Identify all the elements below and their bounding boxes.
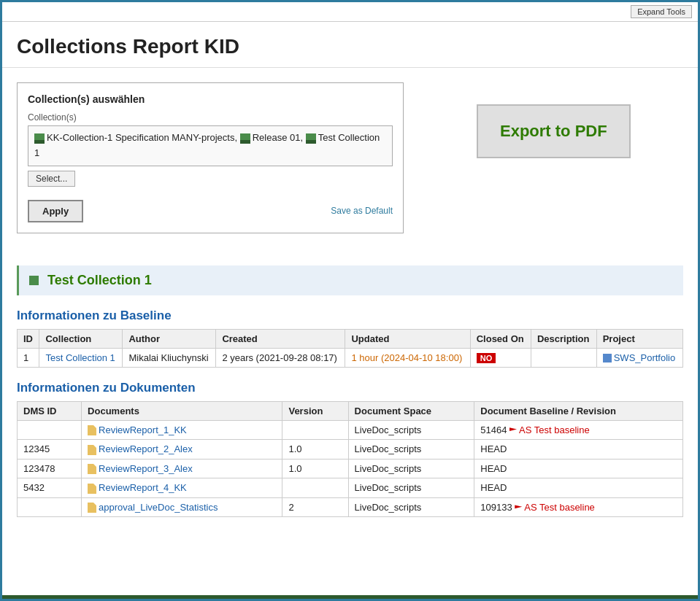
baseline-col-author: Author [123, 329, 216, 348]
apply-button[interactable]: Apply [28, 200, 83, 222]
collections-label: Collection(s) [28, 112, 393, 123]
select-button[interactable]: Select... [28, 171, 75, 187]
project-link[interactable]: SWS_Portfolio [614, 352, 676, 363]
collection-link[interactable]: Test Collection 1 [45, 352, 115, 363]
baseline-col-id: ID [18, 329, 39, 348]
no-badge: NO [477, 353, 496, 363]
baseline-cell-updated: 1 hour (2024-04-10 18:00) [345, 348, 470, 367]
baseline-col-project: Project [596, 329, 682, 348]
document-link[interactable]: approval_LiveDoc_Statistics [99, 502, 218, 513]
export-to-pdf-button[interactable]: Export to PDF [477, 104, 631, 158]
document-icon [88, 464, 96, 474]
doc-col-space: Document Space [348, 401, 474, 420]
baseline-link[interactable]: AS Test baseline [524, 502, 595, 513]
section-header: Test Collection 1 [17, 265, 683, 295]
doc-cell-dmsid: 5432 [18, 478, 82, 498]
table-row: 123478ReviewReport_3_Alex1.0LiveDoc_scri… [18, 459, 683, 478]
table-row: 12345ReviewReport_2_Alex1.0LiveDoc_scrip… [18, 440, 683, 460]
collection-icon-2 [240, 133, 250, 144]
flag-icon [515, 505, 522, 511]
collections-selected-box: KK-Collection-1 Specification MANY-proje… [28, 125, 393, 166]
baseline-cell-collection: Test Collection 1 [39, 348, 123, 367]
section-title: Test Collection 1 [47, 273, 152, 288]
document-link[interactable]: ReviewReport_2_Alex [99, 443, 193, 454]
baseline-link[interactable]: AS Test baseline [519, 424, 590, 435]
baseline-col-closed: Closed On [470, 329, 531, 348]
doc-col-documents: Documents [82, 401, 282, 420]
doc-cell-document: ReviewReport_2_Alex [82, 440, 282, 460]
table-row: ReviewReport_1_KKLiveDoc_scripts51464 AS… [18, 420, 683, 440]
baseline-section-title: Informationen zu Baseline [17, 309, 683, 323]
project-icon [603, 354, 612, 362]
baseline-table: ID Collection Author Created Updated Clo… [17, 329, 683, 368]
document-icon [88, 484, 96, 494]
doc-cell-baseline: 109133 AS Test baseline [474, 497, 683, 517]
doc-cell-space: LiveDoc_scripts [348, 420, 474, 440]
doc-cell-space: LiveDoc_scripts [348, 497, 474, 517]
baseline-cell-created: 2 years (2021-09-28 08:17) [216, 348, 345, 367]
doc-cell-version: 2 [282, 497, 348, 517]
baseline-cell-author: Mikalai Kliuchynski [123, 348, 216, 367]
document-link[interactable]: ReviewReport_1_KK [99, 424, 187, 435]
doc-cell-document: ReviewReport_3_Alex [82, 459, 282, 478]
baseline-cell-project: SWS_Portfolio [596, 348, 682, 367]
section-collection-icon [29, 276, 39, 285]
documents-table: DMS ID Documents Version Document Space … [17, 401, 683, 518]
baseline-cell-closed: NO [470, 348, 531, 367]
doc-cell-document: ReviewReport_4_KK [82, 478, 282, 498]
documents-section-title: Informationen zu Dokumenten [17, 381, 683, 395]
collection-icon-1 [34, 133, 45, 144]
doc-col-version: Version [282, 401, 348, 420]
baseline-col-created: Created [216, 329, 345, 348]
page-title: Collections Report KID [2, 22, 698, 68]
baseline-cell-description [531, 348, 596, 367]
table-row: 1Test Collection 1Mikalai Kliuchynski2 y… [18, 348, 683, 367]
collections-panel-title: Collection(s) auswählen [28, 93, 393, 105]
doc-cell-dmsid: 12345 [18, 440, 82, 460]
collections-panel: Collection(s) auswählen Collection(s) KK… [17, 82, 404, 233]
panel-footer: Apply Save as Default [28, 200, 393, 222]
collection-icon-3 [306, 133, 316, 144]
baseline-col-description: Description [531, 329, 596, 348]
baseline-col-updated: Updated [345, 329, 470, 348]
doc-cell-document: approval_LiveDoc_Statistics [82, 497, 282, 517]
doc-cell-dmsid [18, 497, 82, 517]
doc-col-dmsid: DMS ID [18, 401, 82, 420]
table-row: 5432ReviewReport_4_KKLiveDoc_scriptsHEAD [18, 478, 683, 498]
doc-cell-dmsid: 123478 [18, 459, 82, 478]
baseline-cell-id: 1 [18, 348, 39, 367]
doc-col-baseline: Document Baseline / Revision [474, 401, 683, 420]
doc-cell-version [282, 478, 348, 498]
baseline-col-collection: Collection [39, 329, 123, 348]
doc-cell-space: LiveDoc_scripts [348, 440, 474, 460]
doc-cell-baseline: HEAD [474, 478, 683, 498]
expand-tools-button[interactable]: Expand Tools [631, 5, 692, 18]
flag-icon [509, 427, 517, 433]
document-icon [88, 445, 96, 455]
doc-cell-dmsid [18, 420, 82, 440]
document-link[interactable]: ReviewReport_3_Alex [99, 463, 193, 474]
doc-cell-space: LiveDoc_scripts [348, 478, 474, 498]
document-link[interactable]: ReviewReport_4_KK [99, 482, 187, 493]
doc-cell-space: LiveDoc_scripts [348, 459, 474, 478]
document-icon [88, 503, 96, 513]
save-default-link[interactable]: Save as Default [331, 206, 393, 216]
doc-cell-version: 1.0 [282, 440, 348, 460]
doc-cell-baseline: 51464 AS Test baseline [474, 420, 683, 440]
doc-cell-document: ReviewReport_1_KK [82, 420, 282, 440]
expand-tools-bar: Expand Tools [2, 2, 698, 22]
doc-cell-baseline: HEAD [474, 459, 683, 478]
doc-cell-version [282, 420, 348, 440]
doc-cell-version: 1.0 [282, 459, 348, 478]
table-row: approval_LiveDoc_Statistics2LiveDoc_scri… [18, 497, 683, 517]
document-icon [88, 425, 96, 435]
doc-cell-baseline: HEAD [474, 440, 683, 460]
export-btn-container: Export to PDF [477, 104, 631, 158]
